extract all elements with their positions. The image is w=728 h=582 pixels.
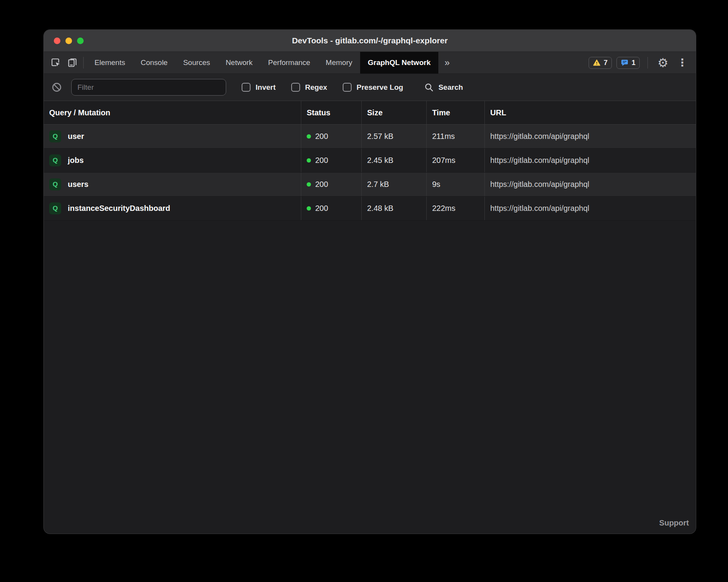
request-url: https://gitlab.com/api/graphql xyxy=(484,173,696,196)
column-header-status[interactable]: Status xyxy=(301,101,361,124)
column-header-size[interactable]: Size xyxy=(361,101,426,124)
invert-label: Invert xyxy=(256,83,276,92)
block-requests-icon[interactable] xyxy=(52,82,62,92)
device-toolbar-icon xyxy=(67,58,77,68)
zoom-button[interactable] xyxy=(77,38,84,44)
table-row[interactable]: Q jobs 200 2.45 kB 207ms https://gitlab.… xyxy=(44,149,696,173)
regex-checkbox[interactable] xyxy=(291,83,300,92)
query-type-badge: Q xyxy=(49,154,61,166)
query-name: jobs xyxy=(68,156,84,165)
tab-network[interactable]: Network xyxy=(218,52,261,74)
column-header-url[interactable]: URL xyxy=(484,101,696,124)
title-bar: DevTools - gitlab.com/-/graphql-explorer xyxy=(44,30,696,51)
device-toolbar-button[interactable] xyxy=(64,52,80,74)
inspect-cursor-icon xyxy=(51,58,61,68)
invert-checkbox[interactable] xyxy=(242,83,251,92)
tab-graphql-network[interactable]: GraphQL Network xyxy=(360,52,438,74)
window-title: DevTools - gitlab.com/-/graphql-explorer xyxy=(44,36,696,45)
status-ok-dot-icon xyxy=(307,134,311,139)
regex-label: Regex xyxy=(305,83,327,92)
table-row[interactable]: Q instanceSecurityDashboard 200 2.48 kB … xyxy=(44,197,696,221)
tab-bar-right-controls: 7 1 ⚙ ⋮ xyxy=(589,52,696,74)
tab-console[interactable]: Console xyxy=(133,52,175,74)
status-code: 200 xyxy=(315,204,328,213)
response-size: 2.48 kB xyxy=(361,197,426,220)
search-icon xyxy=(424,82,434,92)
query-type-badge: Q xyxy=(49,178,61,190)
response-time: 211ms xyxy=(426,125,484,148)
traffic-lights xyxy=(54,38,84,44)
search-control[interactable]: Search xyxy=(424,82,463,92)
table-row[interactable]: Q user 200 2.57 kB 211ms https://gitlab.… xyxy=(44,125,696,149)
table-row[interactable]: Q users 200 2.7 kB 9s https://gitlab.com… xyxy=(44,173,696,197)
tab-elements[interactable]: Elements xyxy=(87,52,133,74)
invert-checkbox-group: Invert xyxy=(242,83,276,92)
more-options-menu-icon[interactable]: ⋮ xyxy=(675,58,690,68)
support-link[interactable]: Support xyxy=(659,519,689,527)
response-time: 207ms xyxy=(426,149,484,172)
messages-count: 1 xyxy=(632,59,635,67)
status-ok-dot-icon xyxy=(307,158,311,163)
status-code: 200 xyxy=(315,132,328,141)
tab-sources[interactable]: Sources xyxy=(175,52,218,74)
request-url: https://gitlab.com/api/graphql xyxy=(484,197,696,220)
warnings-badge[interactable]: 7 xyxy=(589,57,612,69)
query-type-badge: Q xyxy=(49,202,61,214)
status-code: 200 xyxy=(315,180,328,189)
query-name: users xyxy=(68,180,88,189)
query-name: user xyxy=(68,132,84,141)
column-header-time[interactable]: Time xyxy=(426,101,484,124)
table-header-row: Query / Mutation Status Size Time URL xyxy=(44,101,696,125)
preserve-log-label: Preserve Log xyxy=(357,83,403,92)
filter-input[interactable] xyxy=(71,79,226,96)
search-label: Search xyxy=(438,83,463,92)
response-time: 222ms xyxy=(426,197,484,220)
request-url: https://gitlab.com/api/graphql xyxy=(484,149,696,172)
close-button[interactable] xyxy=(54,38,60,44)
regex-checkbox-group: Regex xyxy=(291,83,327,92)
warning-triangle-icon xyxy=(593,59,601,67)
query-name: instanceSecurityDashboard xyxy=(68,204,170,213)
right-controls-divider xyxy=(647,57,648,68)
response-size: 2.45 kB xyxy=(361,149,426,172)
status-ok-dot-icon xyxy=(307,182,311,187)
messages-badge[interactable]: 1 xyxy=(616,57,640,69)
query-type-badge: Q xyxy=(49,130,61,142)
response-size: 2.7 kB xyxy=(361,173,426,196)
minimize-button[interactable] xyxy=(65,38,72,44)
message-bubble-icon xyxy=(621,59,628,67)
preserve-log-checkbox[interactable] xyxy=(343,83,352,92)
more-tabs-chevron-icon[interactable]: » xyxy=(438,52,456,74)
toolbar-divider xyxy=(83,57,84,68)
filter-toolbar: Invert Regex Preserve Log Search xyxy=(44,74,696,101)
request-url: https://gitlab.com/api/graphql xyxy=(484,125,696,148)
tab-performance[interactable]: Performance xyxy=(260,52,318,74)
warnings-count: 7 xyxy=(604,59,608,67)
settings-gear-icon[interactable]: ⚙ xyxy=(656,57,670,69)
preserve-log-checkbox-group: Preserve Log xyxy=(343,83,403,92)
status-ok-dot-icon xyxy=(307,206,311,211)
tab-memory[interactable]: Memory xyxy=(318,52,360,74)
column-header-query-mutation[interactable]: Query / Mutation xyxy=(44,101,301,124)
response-size: 2.57 kB xyxy=(361,125,426,148)
devtools-tab-bar: Elements Console Sources Network Perform… xyxy=(44,51,696,74)
status-code: 200 xyxy=(315,156,328,165)
inspect-element-button[interactable] xyxy=(48,52,64,74)
response-time: 9s xyxy=(426,173,484,196)
devtools-window: DevTools - gitlab.com/-/graphql-explorer… xyxy=(44,30,696,534)
